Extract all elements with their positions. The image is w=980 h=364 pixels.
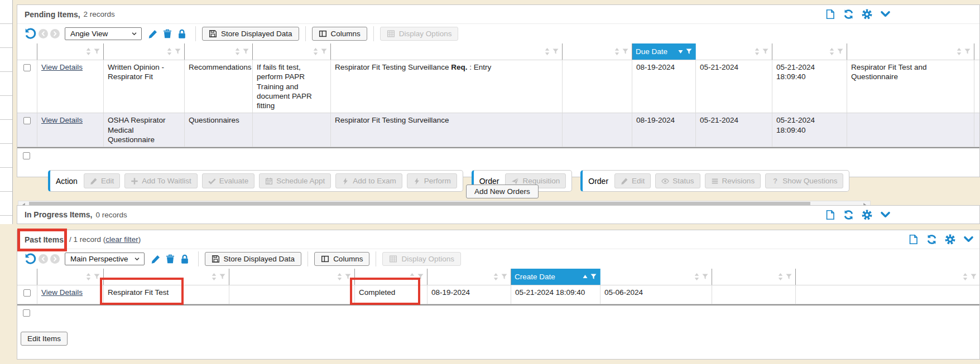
store-displayed-data-button[interactable]: Store Displayed Data (202, 27, 299, 41)
column-header-comments[interactable]: Comments (563, 43, 632, 60)
column-header-completed-date[interactable]: Completed Date (601, 269, 712, 285)
row-checkbox[interactable] (23, 117, 31, 124)
sort-icon[interactable] (755, 48, 760, 55)
previous-icon[interactable] (39, 254, 48, 264)
sort-icon[interactable] (313, 48, 318, 55)
select-all-header-checkbox[interactable] (17, 269, 37, 285)
column-header-ordername[interactable]: OrderName (104, 43, 185, 60)
sort-icon[interactable] (829, 48, 834, 55)
settings-gear-icon[interactable] (862, 210, 872, 220)
sort-icon[interactable] (694, 273, 699, 280)
sort-icon[interactable] (337, 273, 342, 280)
filter-icon[interactable] (702, 274, 708, 280)
filter-icon[interactable] (971, 274, 977, 280)
sort-icon[interactable] (957, 48, 962, 55)
filter-icon[interactable] (219, 274, 225, 280)
column-header-encounter[interactable]: Encounter (796, 269, 980, 285)
lock-icon[interactable] (177, 29, 187, 39)
column-header-status[interactable]: Status (355, 269, 427, 285)
next-icon[interactable] (50, 29, 60, 38)
collapse-chevron-icon[interactable] (880, 210, 891, 220)
sort-icon[interactable] (167, 48, 172, 55)
column-header-instructions[interactable]: Instructions (253, 43, 331, 60)
sort-icon[interactable] (545, 48, 550, 55)
edit-pencil-icon[interactable] (151, 254, 161, 264)
edit-pencil-icon[interactable] (148, 29, 158, 39)
column-header-appt-type[interactable]: Appt Type (712, 269, 796, 285)
select-all-checkbox[interactable] (23, 152, 30, 159)
filter-icon[interactable] (762, 48, 768, 55)
row-checkbox[interactable] (23, 64, 31, 71)
sort-icon[interactable] (778, 273, 783, 280)
settings-gear-icon[interactable] (862, 9, 872, 20)
previous-icon[interactable] (39, 29, 48, 38)
filter-icon[interactable] (590, 274, 597, 280)
filter-icon[interactable] (686, 48, 692, 55)
add-new-orders-button[interactable]: Add New Orders (466, 185, 539, 198)
clear-filter-link[interactable]: clear filter (105, 235, 138, 244)
filter-icon[interactable] (175, 48, 181, 55)
undo-icon[interactable] (25, 253, 36, 265)
undo-icon[interactable] (25, 28, 36, 40)
filter-icon[interactable] (553, 48, 559, 55)
column-header-type[interactable]: Type (185, 43, 253, 60)
refresh-icon[interactable] (843, 210, 854, 220)
sort-icon[interactable] (493, 273, 498, 280)
column-header-create-date[interactable]: Create Date (511, 269, 601, 285)
column-header-due-date[interactable]: Due Date (632, 43, 696, 60)
column-header-s[interactable]: S (974, 43, 980, 60)
view-details-link[interactable]: View Details (41, 116, 83, 124)
sort-icon[interactable] (86, 273, 91, 280)
sort-icon[interactable] (86, 48, 91, 55)
filter-icon[interactable] (94, 48, 100, 55)
store-displayed-data-button[interactable]: Store Displayed Data (205, 252, 302, 266)
filter-icon[interactable] (417, 274, 424, 280)
filter-icon[interactable] (345, 274, 351, 280)
delete-trash-icon[interactable] (162, 29, 172, 39)
column-header-panel[interactable]: Panel (331, 43, 563, 60)
columns-button[interactable]: Columns (312, 27, 367, 41)
column-header-appt-type[interactable]: Appt Type (847, 43, 974, 60)
next-icon[interactable] (50, 254, 60, 264)
filter-icon[interactable] (786, 274, 792, 280)
view-selector[interactable]: Main Perspective (65, 253, 145, 265)
column-header-ordername[interactable]: OrderName (104, 269, 229, 285)
columns-button[interactable]: Columns (314, 252, 369, 266)
view-details-link[interactable]: View Details (41, 288, 83, 297)
refresh-icon[interactable] (926, 234, 937, 245)
settings-gear-icon[interactable] (945, 234, 955, 245)
sort-icon[interactable] (235, 48, 240, 55)
edit-items-button[interactable]: Edit Items (21, 332, 68, 346)
sort-desc-icon[interactable] (678, 49, 683, 54)
new-document-icon[interactable] (908, 234, 919, 245)
filter-icon[interactable] (964, 48, 971, 55)
delete-trash-icon[interactable] (165, 254, 175, 264)
collapse-chevron-icon[interactable] (963, 234, 974, 245)
new-document-icon[interactable] (825, 210, 835, 220)
filter-icon[interactable] (622, 48, 628, 55)
select-all-checkbox[interactable] (23, 309, 30, 317)
filter-icon[interactable] (321, 48, 327, 55)
sort-icon[interactable] (614, 48, 619, 55)
refresh-icon[interactable] (843, 9, 854, 20)
column-header-due-date[interactable]: Due Date (427, 269, 511, 285)
sort-asc-icon[interactable] (583, 274, 588, 279)
column-header-visible-date[interactable]: Visible Date (696, 43, 772, 60)
lock-icon[interactable] (180, 254, 190, 264)
filter-icon[interactable] (501, 274, 507, 280)
collapse-chevron-icon[interactable] (880, 9, 891, 20)
column-header-options[interactable]: Options (37, 43, 104, 60)
view-selector[interactable]: Angie View (65, 27, 142, 40)
column-header-create-date[interactable]: Create Date (772, 43, 847, 60)
sort-icon[interactable] (410, 273, 415, 280)
column-header-panel[interactable]: Panel (229, 269, 355, 285)
header-checkbox[interactable] (23, 48, 31, 55)
row-checkbox[interactable] (23, 289, 31, 297)
filter-icon[interactable] (837, 48, 843, 55)
select-all-header-checkbox[interactable] (17, 43, 37, 60)
sort-icon[interactable] (212, 273, 217, 280)
filter-icon[interactable] (94, 274, 100, 280)
filter-icon[interactable] (243, 48, 249, 55)
header-checkbox[interactable] (23, 273, 31, 280)
new-document-icon[interactable] (825, 9, 835, 20)
